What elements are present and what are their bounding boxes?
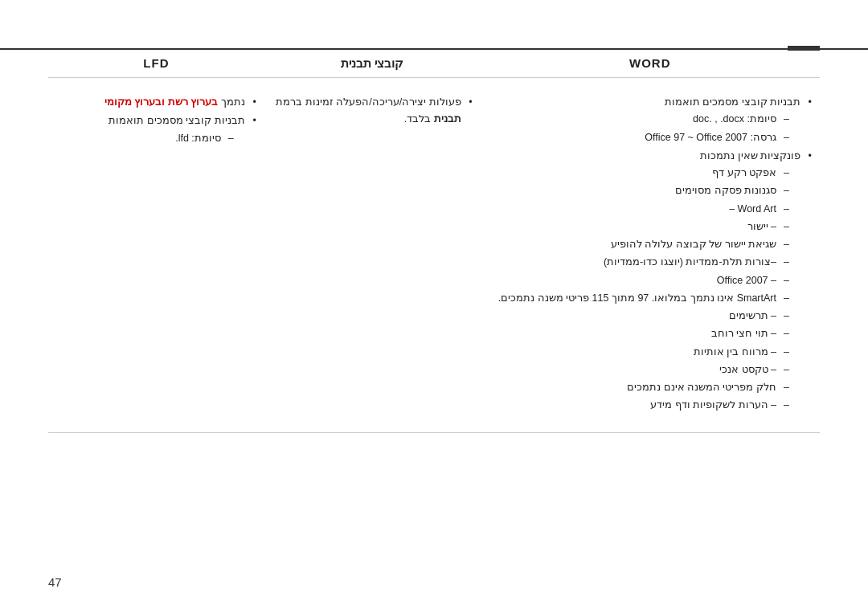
word-sub-2-1: אפקט רקע דף bbox=[712, 167, 776, 178]
list-item: – יישור bbox=[489, 219, 789, 235]
list-item: סיומת: lfd. bbox=[56, 130, 234, 147]
list-item: – תרשימים bbox=[489, 308, 789, 325]
lfd-sub-1: סיומת: lfd. bbox=[175, 133, 221, 144]
table-row: נתמך בערוץ רשת ובערוץ מקומי תבניות קובצי… bbox=[48, 78, 820, 433]
kubzi-bullet-list: פעולות יצירה/עריכה/הפעלה זמינות ברמת תבנ… bbox=[272, 94, 473, 129]
cell-lfd: נתמך בערוץ רשת ובערוץ מקומי תבניות קובצי… bbox=[48, 88, 264, 155]
list-item: חלק מפריטי המשנה אינם נתמכים bbox=[489, 379, 789, 396]
content-area: LFD קובצי תבנית WORD נתמך בערוץ רשת ובער… bbox=[0, 0, 868, 465]
list-item: –צורות תלת-ממדיות (יוצגו כדו-ממדיות) bbox=[489, 254, 789, 271]
word-sub-2-6: –צורות תלת-ממדיות (יוצגו כדו-ממדיות) bbox=[604, 256, 776, 268]
word-item-1: תבניות קובצי מסמכים תואמות bbox=[665, 96, 800, 108]
word-item-2: פונקציות שאין נתמכות bbox=[700, 150, 800, 161]
list-item: פעולות יצירה/עריכה/הפעלה זמינות ברמת תבנ… bbox=[272, 94, 473, 129]
word-sub-2-5: שגיאת יישור של קבוצה עלולה להופיע bbox=[611, 239, 776, 250]
lfd-sub-list: סיומת: lfd. bbox=[56, 130, 234, 147]
word-sub-2-11: – מרווח בין אותיות bbox=[694, 346, 776, 358]
col-header-word: WORD bbox=[481, 56, 820, 71]
right-accent bbox=[788, 46, 820, 51]
list-item: גרסה: Office 97 ~ Office 2007 bbox=[489, 129, 789, 146]
lfd-item-2-text: תבניות קובצי מסמכים תואמות bbox=[108, 115, 244, 126]
list-item: תבניות קובצי מסמכים תואמות סיומת: lfd. bbox=[56, 112, 256, 147]
list-item: – תוי חצי רוחב bbox=[489, 325, 789, 342]
list-item: SmartArt אינו נתמך במלואו. 97 מתוך 115 פ… bbox=[489, 290, 789, 307]
word-sub-1-2: גרסה: Office 97 ~ Office 2007 bbox=[645, 132, 776, 143]
word-sub-list-2: אפקט רקע דף סגנונות פסקה מסוימים Word Ar… bbox=[489, 165, 789, 415]
word-sub-2-4: – יישור bbox=[747, 221, 776, 232]
col-header-kubzi: קובצי תבנית bbox=[264, 56, 481, 71]
list-item: שגיאת יישור של קבוצה עלולה להופיע bbox=[489, 236, 789, 253]
page-container: LFD קובצי תבנית WORD נתמך בערוץ רשת ובער… bbox=[0, 0, 868, 613]
col-header-lfd: LFD bbox=[48, 56, 264, 71]
top-border bbox=[0, 48, 868, 50]
cell-kubzi: פעולות יצירה/עריכה/הפעלה זמינות ברמת תבנ… bbox=[264, 88, 481, 137]
lfd-item-1-text: נתמך bbox=[218, 96, 244, 108]
list-item: – טקסט אנכי bbox=[489, 362, 789, 378]
word-sub-1-1: סיומת: doc. , .docx bbox=[693, 113, 776, 125]
page-number: 47 bbox=[48, 575, 62, 589]
word-sub-2-3: Word Art – bbox=[729, 203, 776, 215]
word-sub-2-14: – הערות לשקופיות ודף מידע bbox=[650, 399, 776, 411]
list-item: תבניות קובצי מסמכים תואמות סיומת: doc. ,… bbox=[489, 94, 812, 146]
lfd-item-1-highlight: בערוץ רשת ובערוץ מקומי bbox=[104, 96, 218, 108]
kubzi-item-1-bold: תבנית bbox=[434, 113, 461, 125]
kubzi-item-1-end: בלבד. bbox=[404, 113, 434, 125]
word-sub-list-1: סיומת: doc. , .docx גרסה: Office 97 ~ Of… bbox=[489, 111, 789, 146]
list-item: – הערות לשקופיות ודף מידע bbox=[489, 397, 789, 414]
word-sub-2-9: – תרשימים bbox=[729, 310, 776, 321]
word-sub-2-12: – טקסט אנכי bbox=[719, 364, 776, 375]
list-item: נתמך בערוץ רשת ובערוץ מקומי bbox=[56, 94, 256, 111]
word-sub-2-2: סגנונות פסקה מסוימים bbox=[675, 185, 776, 196]
list-item: סגנונות פסקה מסוימים bbox=[489, 182, 789, 199]
table-header: LFD קובצי תבנית WORD bbox=[48, 56, 820, 78]
list-item: Word Art – bbox=[489, 201, 789, 218]
list-item: – מרווח בין אותיות bbox=[489, 344, 789, 361]
list-item: סיומת: doc. , .docx bbox=[489, 111, 789, 128]
word-sub-2-13: חלק מפריטי המשנה אינם נתמכים bbox=[627, 382, 776, 393]
word-sub-2-7: – Office 2007 bbox=[717, 275, 776, 286]
kubzi-item-1: פעולות יצירה/עריכה/הפעלה זמינות ברמת bbox=[276, 96, 461, 108]
word-sub-2-10: – תוי חצי רוחב bbox=[711, 328, 776, 339]
list-item: – Office 2007 bbox=[489, 272, 789, 289]
word-sub-2-8: SmartArt אינו נתמך במלואו. 97 מתוך 115 פ… bbox=[498, 292, 776, 304]
cell-word: תבניות קובצי מסמכים תואמות סיומת: doc. ,… bbox=[481, 88, 820, 423]
lfd-bullet-list: נתמך בערוץ רשת ובערוץ מקומי תבניות קובצי… bbox=[56, 94, 256, 147]
word-bullet-list: תבניות קובצי מסמכים תואמות סיומת: doc. ,… bbox=[489, 94, 812, 415]
list-item: אפקט רקע דף bbox=[489, 165, 789, 182]
list-item: פונקציות שאין נתמכות אפקט רקע דף סגנונות… bbox=[489, 148, 812, 415]
